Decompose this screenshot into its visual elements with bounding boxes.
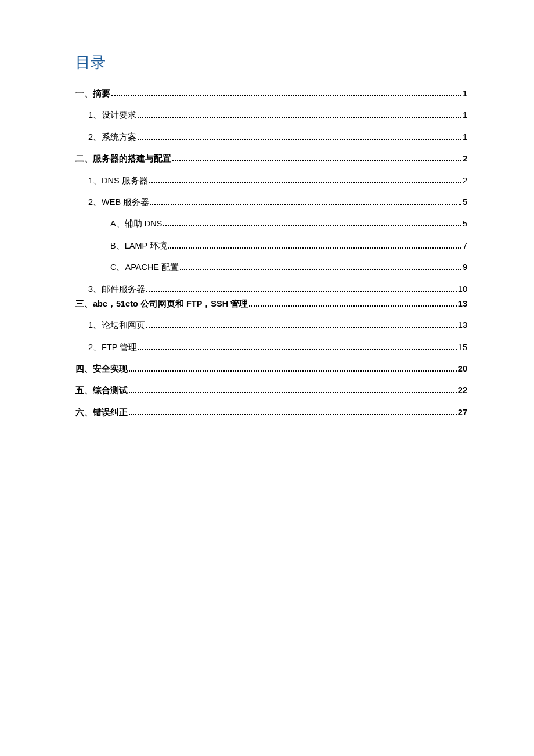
toc-entry-label: 2、WEB 服务器 [88,197,149,207]
toc-entry[interactable]: 六、错误纠正27 [75,408,467,417]
toc-entry-label: 六、错误纠正 [75,408,128,417]
toc-entry[interactable]: A、辅助 DNS5 [75,219,467,229]
toc-entry[interactable]: 1、论坛和网页13 [75,321,467,330]
toc-entry[interactable]: 二、服务器的搭建与配置2 [75,154,467,164]
toc-entry-page: 1 [463,89,467,99]
toc-entry-page: 2 [463,154,467,164]
toc-leader [163,225,461,226]
toc-leader [172,160,461,161]
toc-entry-page: 22 [458,386,467,395]
document-page: 目录 一、摘要11、设计要求12、系统方案1二、服务器的搭建与配置21、DNS … [0,0,534,756]
toc-entry[interactable]: 2、FTP 管理15 [75,343,467,352]
toc-entry-label: C、APACHE 配置 [110,262,179,272]
toc-leader [249,305,457,307]
toc-entry-label: 一、摘要 [75,89,110,99]
toc-entry-label: 1、DNS 服务器 [88,176,148,186]
toc-entry[interactable]: B、LAMP 环境7 [75,241,467,251]
toc-entry[interactable]: 1、DNS 服务器2 [75,176,467,186]
toc-list: 一、摘要11、设计要求12、系统方案1二、服务器的搭建与配置21、DNS 服务器… [75,89,467,417]
toc-entry-label: 1、设计要求 [88,110,136,120]
toc-entry-label: 二、服务器的搭建与配置 [75,154,171,164]
toc-leader [146,327,457,328]
toc-entry-page: 5 [463,197,467,207]
toc-entry-label: B、LAMP 环境 [110,241,167,251]
toc-leader [138,349,457,350]
toc-entry-page: 10 [458,285,467,294]
toc-leader [129,414,457,415]
toc-entry-label: 2、系统方案 [88,132,136,142]
toc-entry[interactable]: 四、安全实现20 [75,364,467,374]
toc-leader [168,247,461,249]
toc-entry-page: 20 [458,364,467,374]
toc-entry-page: 15 [458,343,467,352]
toc-leader [138,139,461,140]
toc-leader [138,117,461,118]
toc-entry-label: 五、综合测试 [75,386,128,395]
toc-entry-label: 1、论坛和网页 [88,321,145,330]
toc-entry-page: 13 [458,321,467,330]
toc-entry-label: 三、abc，51cto 公司网页和 FTP，SSH 管理 [75,299,248,309]
toc-entry-label: 四、安全实现 [75,364,128,374]
toc-entry-page: 7 [463,241,467,251]
toc-entry-page: 5 [463,219,467,229]
toc-leader [129,370,457,372]
toc-leader [149,182,461,183]
toc-title: 目录 [75,52,467,73]
toc-leader [129,392,457,393]
toc-entry[interactable]: 2、系统方案1 [75,132,467,142]
toc-leader [111,95,461,96]
toc-entry[interactable]: 2、WEB 服务器5 [75,197,467,207]
toc-leader [150,204,461,205]
toc-entry-page: 1 [463,132,467,142]
toc-entry[interactable]: C、APACHE 配置9 [75,262,467,272]
toc-leader [146,291,457,292]
toc-entry[interactable]: 3、邮件服务器10 [75,285,467,294]
toc-entry-page: 1 [463,110,467,120]
toc-entry-page: 27 [458,408,467,417]
toc-entry-page: 13 [458,299,467,309]
toc-entry-page: 9 [463,262,467,272]
toc-entry[interactable]: 一、摘要1 [75,89,467,99]
toc-entry[interactable]: 五、综合测试22 [75,386,467,395]
toc-entry-label: 3、邮件服务器 [88,285,145,294]
toc-entry[interactable]: 三、abc，51cto 公司网页和 FTP，SSH 管理13 [75,299,467,309]
toc-entry-label: A、辅助 DNS [110,219,162,229]
toc-entry[interactable]: 1、设计要求1 [75,110,467,120]
toc-entry-label: 2、FTP 管理 [88,343,137,352]
toc-entry-page: 2 [463,176,467,186]
toc-leader [180,269,461,270]
